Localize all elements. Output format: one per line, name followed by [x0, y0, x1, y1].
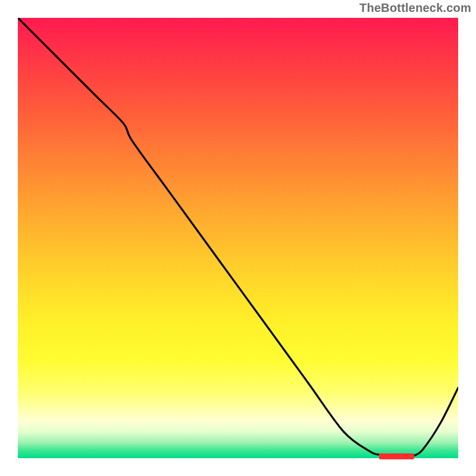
- attribution-text: TheBottleneck.com: [359, 1, 471, 15]
- chart-container: TheBottleneck.com: [0, 0, 476, 476]
- plot-gradient-background: [18, 18, 458, 458]
- minimum-marker: [379, 453, 414, 459]
